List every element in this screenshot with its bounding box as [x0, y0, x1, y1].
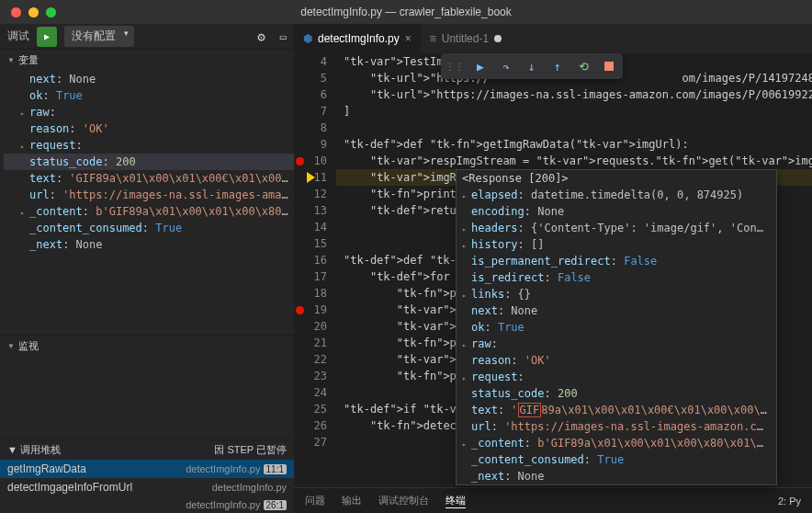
debug-config-bar: 调试 ▶ 没有配置 ⚙ ▭ — [0, 24, 294, 50]
debug-console-icon[interactable]: ▭ — [280, 30, 287, 43]
hover-property-row[interactable]: ▸history: [] — [457, 236, 776, 253]
callstack-frame[interactable]: getImgRawDatadetectImgInfo.py 11:1 — [0, 460, 294, 478]
hover-property-row[interactable]: ▸request: — [457, 369, 776, 385]
callstack-frame[interactable]: detectImgInfo.py 26:1 — [0, 496, 294, 513]
variable-row[interactable]: next: None — [4, 71, 294, 87]
hover-property-row[interactable]: ok: True — [457, 319, 776, 336]
chevron-down-icon: ▼ — [7, 56, 15, 64]
window-title: detectImgInfo.py — crawler_fablexile_boo… — [300, 6, 511, 18]
variable-row[interactable]: ▸request: — [4, 137, 294, 154]
gear-icon[interactable]: ⚙ — [257, 29, 265, 44]
hover-property-row[interactable]: _next: None — [457, 468, 776, 484]
restart-button[interactable]: ⟲ — [575, 58, 592, 74]
debug-config-dropdown[interactable]: 没有配置 — [64, 26, 134, 47]
hover-property-row[interactable]: is_redirect: False — [457, 269, 776, 286]
hover-property-row[interactable]: ▸headers: {'Content-Type': 'image/gif', … — [457, 220, 776, 236]
close-window-icon[interactable] — [11, 7, 21, 17]
bottom-panel: 问题输出调试控制台终端 2: Py — [294, 487, 812, 513]
grip-icon[interactable]: ⋮⋮ — [446, 58, 463, 74]
panel-tab[interactable]: 终端 — [445, 494, 466, 508]
step-into-button[interactable]: ↓ — [524, 58, 540, 74]
watch-header[interactable]: ▼ 监视 — [0, 336, 294, 357]
hover-property-row[interactable]: encoding: None — [457, 203, 776, 220]
variable-row[interactable]: _content_consumed: True — [4, 220, 294, 236]
start-debug-button[interactable]: ▶ — [37, 27, 57, 47]
hover-property-row[interactable]: _content_consumed: True — [457, 451, 776, 468]
debug-hover-tooltip[interactable]: <Response [200]> ▸elapsed: datetime.time… — [456, 169, 777, 485]
panel-tab[interactable]: 输出 — [342, 494, 362, 508]
bottom-tabs: 问题输出调试控制台终端 — [305, 494, 466, 508]
step-out-button[interactable]: ↑ — [549, 58, 566, 74]
hover-property-row[interactable]: status_code: 200 — [457, 385, 776, 402]
variable-row[interactable]: ▸raw: — [4, 104, 294, 120]
close-tab-icon[interactable]: × — [405, 32, 412, 45]
variable-row[interactable]: text: 'GIF89a\x01\x00\x01\x00€\x01\x00…' — [4, 170, 294, 187]
continue-button[interactable]: ▶ — [472, 58, 489, 74]
callstack-section: ▼ 调用堆栈 因 STEP 已暂停 getImgRawDatadetectImg… — [0, 439, 294, 513]
hover-property-row[interactable]: text: 'GIF89a\x01\x00\x01\x00€\x01\x00\x… — [457, 402, 776, 418]
variable-row[interactable]: _next: None — [4, 236, 294, 253]
chevron-down-icon: ▼ — [7, 342, 15, 350]
hover-property-row[interactable]: next: None — [457, 302, 776, 319]
traffic-lights — [0, 7, 56, 17]
line-gutter[interactable]: 4567891011121314151617181920212223242526… — [294, 53, 336, 450]
debug-label: 调试 — [7, 28, 29, 44]
watch-section: ▼ 监视 — [0, 335, 294, 439]
variable-row[interactable]: ▸_content: b'GIF89a\x01\x00\x01\x00\x80\… — [4, 203, 294, 220]
variables-list[interactable]: next: Noneok: True▸raw: reason: 'OK'▸req… — [0, 71, 294, 335]
panel-tab[interactable]: 调试控制台 — [378, 494, 429, 508]
debug-sidebar: 调试 ▶ 没有配置 ⚙ ▭ ▼ 变量 next: Noneok: True▸ra… — [0, 24, 294, 513]
callstack-list[interactable]: getImgRawDatadetectImgInfo.py 11:1detect… — [0, 460, 294, 513]
hover-property-row[interactable]: ▸raw: — [457, 336, 776, 352]
variable-row[interactable]: ok: True — [4, 87, 294, 104]
hover-property-row[interactable]: ▸_content: b'GIF89a\x01\x00\x01\x00\x80\… — [457, 435, 776, 451]
hover-property-row[interactable]: is_permanent_redirect: False — [457, 253, 776, 269]
hover-property-row[interactable]: url: 'https://images-na.ssl-images-amazo… — [457, 418, 776, 435]
variable-row[interactable]: reason: 'OK' — [4, 120, 294, 137]
variable-row[interactable]: url: 'https://images-na.ssl-images-amaz…… — [4, 187, 294, 203]
python-icon: ⬢ — [303, 32, 312, 45]
hover-property-row[interactable]: ▸elapsed: datetime.timedelta(0, 0, 87492… — [457, 187, 776, 203]
callstack-header[interactable]: ▼ 调用堆栈 因 STEP 已暂停 — [0, 440, 294, 460]
minimize-window-icon[interactable] — [28, 7, 39, 17]
titlebar: detectImgInfo.py — crawler_fablexile_boo… — [0, 0, 812, 24]
step-over-button[interactable]: ↷ — [498, 58, 514, 74]
editor-tabs: ⬢detectImgInfo.py×≡Untitled-1 — [294, 24, 812, 53]
debug-toolbar[interactable]: ⋮⋮ ▶ ↷ ↓ ↑ ⟲ — [441, 53, 623, 79]
tab-label: Untitled-1 — [442, 32, 489, 45]
stop-button[interactable] — [601, 58, 617, 74]
editor-tab[interactable]: ⬢detectImgInfo.py× — [294, 24, 421, 53]
hover-title: <Response [200]> — [457, 170, 776, 187]
zoom-window-icon[interactable] — [46, 7, 56, 17]
panel-tab[interactable]: 问题 — [305, 494, 325, 508]
paused-reason: 因 STEP 已暂停 — [214, 443, 287, 457]
hover-property-row[interactable]: reason: 'OK' — [457, 352, 776, 369]
tab-label: detectImgInfo.py — [318, 32, 400, 45]
variable-row[interactable]: status_code: 200 — [4, 154, 294, 170]
callstack-frame[interactable]: detectImgageInfoFromUrldetectImgInfo.py — [0, 478, 294, 496]
file-icon: ≡ — [430, 32, 436, 45]
terminal-status: 2: Py — [778, 496, 801, 507]
hover-property-row[interactable]: ▸links: {} — [457, 286, 776, 302]
editor-tab[interactable]: ≡Untitled-1 — [421, 24, 511, 53]
variables-header[interactable]: ▼ 变量 — [0, 50, 294, 71]
chevron-down-icon: ▼ 调用堆栈 — [7, 443, 61, 457]
dirty-indicator-icon — [494, 35, 502, 42]
